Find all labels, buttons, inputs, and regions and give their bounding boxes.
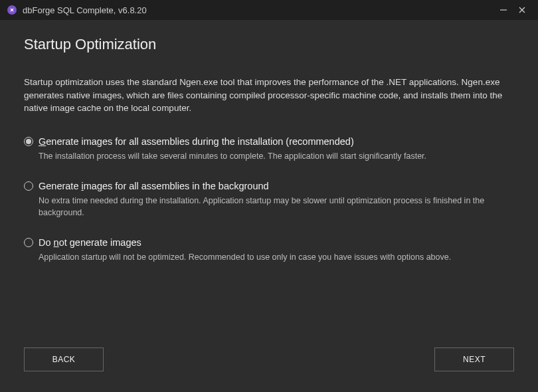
option-description: The installation process will take sever… [24, 151, 514, 163]
svg-point-1 [11, 9, 13, 11]
content-area: Startup Optimization Startup optimizatio… [0, 20, 538, 264]
minimize-button[interactable] [494, 1, 513, 19]
option-label: Do not generate images [39, 237, 141, 248]
page-title: Startup Optimization [24, 36, 514, 53]
option-do-not-generate[interactable]: Do not generate images Application start… [24, 237, 514, 264]
footer: BACK NEXT [0, 339, 538, 392]
option-generate-install[interactable]: Generate images for all assemblies durin… [24, 136, 514, 163]
back-button[interactable]: BACK [24, 347, 104, 371]
option-header[interactable]: Generate images for all assemblies durin… [24, 136, 514, 147]
radio-icon[interactable] [24, 181, 33, 191]
titlebar: dbForge SQL Complete, v6.8.20 [0, 0, 538, 20]
page-description: Startup optimization uses the standard N… [24, 76, 514, 115]
option-generate-background[interactable]: Generate images for all assemblies in th… [24, 181, 514, 219]
radio-icon[interactable] [24, 238, 33, 247]
window-title: dbForge SQL Complete, v6.8.20 [23, 5, 147, 15]
option-description: No extra time needed during the installa… [24, 195, 514, 219]
next-button[interactable]: NEXT [434, 347, 514, 371]
radio-icon[interactable] [24, 137, 33, 146]
app-icon [7, 5, 17, 15]
option-label: Generate images for all assemblies in th… [39, 181, 269, 191]
option-header[interactable]: Do not generate images [24, 237, 514, 248]
option-description: Application startup will not be optimize… [24, 252, 514, 264]
option-label: Generate images for all assemblies durin… [39, 136, 354, 147]
close-button[interactable] [513, 1, 531, 19]
option-header[interactable]: Generate images for all assemblies in th… [24, 181, 514, 191]
